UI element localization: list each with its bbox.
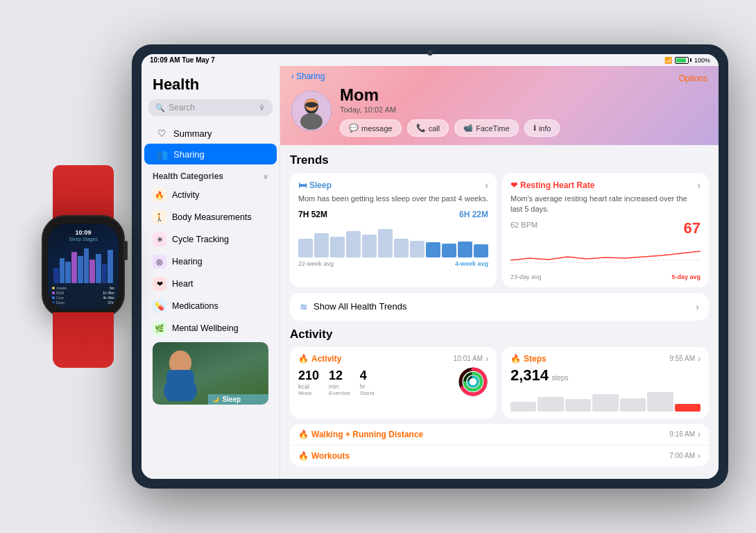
sharing-icon: 👥 [155, 149, 168, 160]
sleep-bar-highlight [442, 244, 456, 258]
sidebar-cat-medications[interactable]: 💊 Medications [141, 295, 280, 317]
hr-chart [510, 236, 701, 271]
watch-bar [65, 262, 71, 283]
activity-grid: 🔥 Activity 10:01 AM › [290, 347, 709, 418]
sleep-bar [394, 239, 409, 258]
sleep-chart [298, 219, 488, 257]
sidebar-cat-heart[interactable]: ❤ Heart [141, 273, 280, 295]
sidebar-cat-body[interactable]: 🚶 Body Measurements [141, 206, 280, 228]
workouts-item[interactable]: 🔥 Workouts 7:00 AM › [290, 446, 709, 466]
sidebar-cat-cycle[interactable]: ✳ Cycle Tracking [141, 228, 280, 251]
awake-dot [52, 287, 55, 289]
sleep-bar [330, 237, 345, 257]
watch-bar [71, 252, 77, 283]
info-label: info [539, 124, 551, 133]
content-area: Trends 🛏 Sleep › [280, 145, 719, 479]
move-unit: kcal [298, 383, 319, 390]
cat-label: Body Measurements [172, 212, 252, 222]
message-button[interactable]: 💬 message [340, 119, 402, 137]
chevron-right-icon: › [697, 180, 701, 191]
chevron-right-icon: › [698, 430, 701, 439]
hr-trend-card[interactable]: ❤ Resting Heart Rate › Mom's average res… [502, 173, 709, 287]
right-panel: ‹ Sharing Options [280, 66, 719, 479]
mental-icon: 🌿 [153, 321, 166, 335]
watch-bar [60, 258, 65, 283]
steps-card[interactable]: 🔥 Steps 9:55 AM › 2,314 [502, 347, 709, 418]
activity-title: Activity [290, 328, 709, 341]
sleep-trend-card[interactable]: 🛏 Sleep › Mom has been getting less slee… [290, 173, 497, 287]
walking-title: 🔥 Walking + Running Distance [298, 430, 669, 439]
sleep-card-title: 🛏 Sleep [298, 180, 332, 190]
activity-ring [458, 366, 488, 397]
info-button[interactable]: ℹ info [524, 119, 560, 137]
cat-label: Medications [172, 301, 218, 311]
sidebar-item-label: Sharing [173, 149, 205, 160]
deep-label: Deep [56, 301, 65, 305]
chevron-right-icon: › [696, 301, 699, 312]
sleep-avg-label: 7H 52M [298, 210, 327, 219]
exercise-value: 12 [329, 369, 350, 383]
facetime-button[interactable]: 📹 FaceTime [454, 119, 519, 137]
steps-value-block: 2,314 steps [510, 366, 701, 384]
trends-grid: 🛏 Sleep › Mom has been getting less slee… [290, 173, 709, 287]
battery-icon [675, 57, 691, 64]
activity-card[interactable]: 🔥 Activity 10:01 AM › [290, 347, 497, 418]
show-all-trends-button[interactable]: ≋ Show All Health Trends › [290, 293, 709, 321]
hr-values: 62 BPM 67 [510, 221, 701, 236]
rem-label: REM [56, 291, 64, 295]
sleep-label: 🌙 Sleep [208, 394, 268, 405]
watch-bar [108, 250, 113, 283]
steps-unit: steps [552, 374, 569, 382]
sidebar-item-sharing[interactable]: 👥 Sharing [144, 144, 277, 164]
sleep-bar-highlight [458, 242, 472, 257]
workouts-title: 🔥 Workouts [298, 451, 669, 461]
steps-label: Steps [524, 354, 547, 364]
heart-icon: ❤ [510, 180, 517, 190]
hr-value: 67 [684, 221, 701, 236]
cycle-icon: ✳ [153, 232, 166, 246]
options-button[interactable]: Options [679, 74, 707, 83]
sidebar-cat-mental[interactable]: 🌿 Mental Wellbeing [141, 317, 280, 339]
back-label: Sharing [296, 71, 325, 81]
search-bar[interactable]: 🔍 Search 🎙 [148, 99, 273, 116]
sleep-card-header: 🛏 Sleep › [298, 180, 488, 191]
sidebar-item-summary[interactable]: ♡ Summary [144, 123, 277, 144]
facetime-icon: 📹 [463, 124, 473, 133]
legend-deep: Deep 37m [52, 301, 114, 305]
sidebar-cat-activity[interactable]: 🔥 Activity [141, 184, 280, 206]
sidebar-cat-hearing[interactable]: ◎ Hearing [141, 251, 280, 273]
sleep-footer-left: 22-week avg [298, 260, 334, 267]
core-val: 4h 48m [103, 296, 114, 300]
cat-label: Cycle Tracking [172, 235, 229, 244]
profile-timestamp: Today, 10:02 AM [340, 105, 707, 114]
move-metric: 210 kcal Move [298, 369, 319, 396]
chevron-left-icon: ‹ [291, 71, 294, 81]
sleep-bar [314, 233, 329, 258]
steps-time: 9:55 AM [669, 355, 695, 362]
walking-distance-item[interactable]: 🔥 Walking + Running Distance 9:16 AM › [290, 424, 709, 446]
awake-val: 6m [110, 286, 114, 290]
svg-point-7 [305, 102, 318, 108]
legend-core: Core 4h 48m [52, 296, 114, 300]
watch-sleep-label: Sleep Stages [52, 237, 114, 242]
steps-bar [538, 397, 563, 412]
exercise-label: Exercise [329, 390, 350, 396]
stand-unit: hr [360, 383, 375, 390]
watch-chart [52, 242, 114, 285]
steps-value: 2,314 [510, 366, 549, 384]
profile-name-block: Mom Today, 10:02 AM 💬 message 📞 [340, 85, 707, 137]
watch-band-top [53, 165, 114, 221]
rem-val: 1h 45m [103, 291, 114, 295]
activity-time: 10:01 AM [454, 355, 483, 362]
deep-val: 37m [108, 301, 114, 305]
walking-icon: 🔥 [298, 430, 309, 439]
hr-footer-right: 5-day avg [671, 273, 701, 280]
cat-label: Activity [172, 190, 200, 200]
call-label: call [429, 124, 440, 133]
bottom-items: 🔥 Walking + Running Distance 9:16 AM › 🔥… [290, 424, 709, 466]
facetime-label: FaceTime [476, 124, 510, 133]
core-label: Core [56, 296, 64, 300]
move-label: Move [298, 390, 319, 396]
back-button[interactable]: ‹ Sharing [291, 71, 325, 81]
call-button[interactable]: 📞 call [407, 119, 449, 137]
